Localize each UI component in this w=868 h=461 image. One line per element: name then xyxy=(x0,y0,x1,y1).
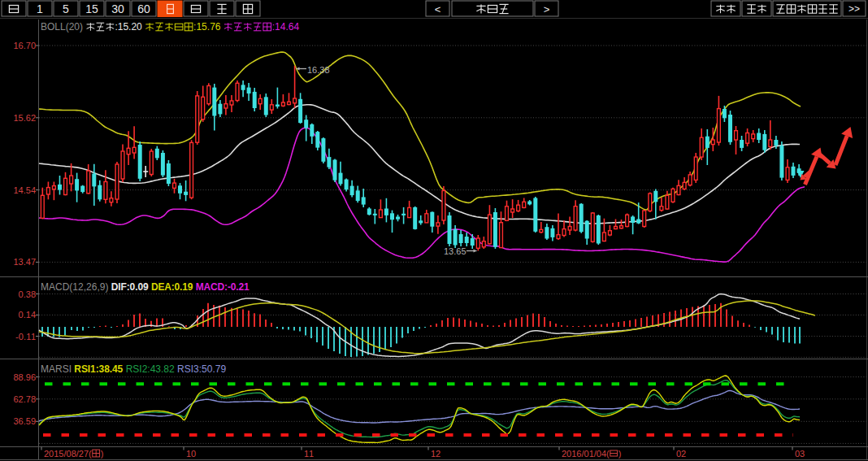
svg-text:0.38: 0.38 xyxy=(19,289,36,299)
svg-text:12: 12 xyxy=(431,449,441,459)
svg-text:14.54: 14.54 xyxy=(14,185,37,195)
svg-text:30: 30 xyxy=(111,2,124,15)
svg-text:RSI2:43.82: RSI2:43.82 xyxy=(126,363,175,375)
svg-text:36.59: 36.59 xyxy=(14,416,37,426)
svg-text::14.64: :14.64 xyxy=(272,21,300,33)
svg-text:11: 11 xyxy=(304,449,314,459)
svg-text:13.65: 13.65 xyxy=(444,246,467,256)
svg-text:13.47: 13.47 xyxy=(14,257,37,267)
svg-text:88.96: 88.96 xyxy=(14,372,37,382)
svg-text:RSI1:38.45: RSI1:38.45 xyxy=(74,363,123,375)
svg-text:MACD(12,26,9): MACD(12,26,9) xyxy=(41,281,108,293)
svg-text:10: 10 xyxy=(186,449,196,459)
svg-text:60: 60 xyxy=(137,2,150,15)
svg-text:MARSI: MARSI xyxy=(41,363,72,375)
svg-text:MACD:-0.21: MACD:-0.21 xyxy=(196,281,250,293)
svg-text:2016/01/04(: 2016/01/04( xyxy=(562,449,610,459)
svg-text:15: 15 xyxy=(85,2,98,15)
svg-text:<: < xyxy=(435,3,441,15)
svg-text:5: 5 xyxy=(63,2,69,15)
svg-text:02: 02 xyxy=(676,449,686,459)
svg-text:DIF:0.09: DIF:0.09 xyxy=(111,281,149,293)
svg-text::15.76: :15.76 xyxy=(193,21,221,33)
svg-text:): ) xyxy=(101,449,104,459)
svg-text:1: 1 xyxy=(37,2,43,15)
svg-text:BOLL(20): BOLL(20) xyxy=(41,21,83,33)
svg-text:16.70: 16.70 xyxy=(14,41,37,50)
svg-text:0.14: 0.14 xyxy=(19,310,36,320)
svg-text:2015/08/27(: 2015/08/27( xyxy=(44,449,92,459)
svg-text:15.62: 15.62 xyxy=(14,113,37,123)
svg-text:03: 03 xyxy=(795,449,805,459)
svg-text:-0.11: -0.11 xyxy=(15,332,36,341)
svg-text::15.20: :15.20 xyxy=(115,21,142,33)
svg-text:RSI3:50.79: RSI3:50.79 xyxy=(177,363,226,375)
svg-text:): ) xyxy=(618,449,622,459)
svg-text:DEA:0.19: DEA:0.19 xyxy=(151,281,193,293)
svg-text:62.78: 62.78 xyxy=(14,394,37,404)
svg-text:>: > xyxy=(544,3,550,15)
svg-text:16.38: 16.38 xyxy=(307,65,330,75)
svg-text:>>: >> xyxy=(848,3,860,15)
